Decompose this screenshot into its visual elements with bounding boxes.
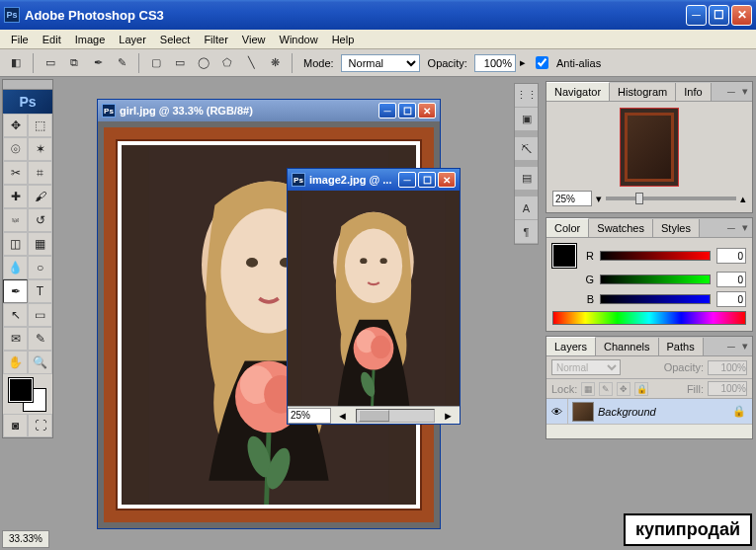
screenmode-tool[interactable]: ⛶ [28, 414, 52, 437]
navigator-zoom-input[interactable] [552, 191, 592, 206]
color-spectrum[interactable] [552, 311, 746, 325]
panel-collapse-icon[interactable]: ─ [724, 86, 738, 98]
pen-tool[interactable]: ✒ [3, 279, 28, 303]
freeform-icon[interactable]: ✎ [112, 53, 131, 73]
panel-collapse-icon[interactable]: ─ [724, 341, 738, 353]
navigator-thumbnail[interactable] [620, 108, 679, 187]
stamp-tool[interactable]: ⎃ [3, 208, 28, 232]
doc-minimize-button[interactable]: ─ [398, 172, 416, 188]
selection-add-icon[interactable]: ⧉ [64, 53, 84, 73]
slider-g[interactable] [600, 275, 711, 284]
zoom-in-icon[interactable]: ▴ [740, 193, 746, 205]
menu-filter[interactable]: Filter [197, 32, 234, 47]
shape-tool[interactable]: ▭ [28, 303, 52, 327]
panel-menu-icon[interactable]: ▾ [738, 85, 752, 98]
menu-layer[interactable]: Layer [112, 32, 153, 47]
main-status-zoom[interactable]: 33.33% [2, 530, 49, 548]
shape-rect-icon[interactable]: ▢ [146, 53, 166, 73]
panel-menu-icon[interactable]: ▾ [738, 221, 752, 234]
foreground-color-swatch[interactable] [9, 378, 33, 402]
input-r[interactable] [716, 248, 746, 264]
antialias-checkbox[interactable] [536, 56, 548, 69]
layer-opacity-input[interactable] [708, 360, 747, 375]
maximize-button[interactable]: ☐ [709, 5, 729, 26]
dock-paragraph-icon[interactable]: ¶ [515, 220, 538, 244]
opacity-input[interactable] [474, 54, 516, 72]
minimize-button[interactable]: ─ [686, 5, 707, 26]
menu-file[interactable]: File [4, 32, 36, 47]
tab-histogram[interactable]: Histogram [610, 83, 676, 101]
shape-line-icon[interactable]: ╲ [241, 53, 261, 73]
history-brush-tool[interactable]: ↺ [28, 208, 52, 232]
fill-input[interactable] [708, 381, 747, 396]
scroll-left-icon[interactable]: ◄ [331, 410, 354, 422]
doc2-titlebar[interactable]: Ps image2.jpg @ ... ─ ☐ ✕ [288, 169, 460, 191]
doc-close-button[interactable]: ✕ [438, 172, 456, 188]
doc2-h-scrollbar[interactable] [356, 409, 435, 423]
menu-image[interactable]: Image [68, 32, 113, 47]
move-tool[interactable]: ✥ [3, 114, 28, 137]
layer-visibility-icon[interactable]: 👁 [546, 399, 568, 424]
type-tool[interactable]: T [28, 279, 52, 303]
mode-select[interactable]: Normal [341, 54, 420, 72]
tool-preset-icon[interactable]: ◧ [6, 53, 26, 73]
dock-clone-icon[interactable]: ▣ [515, 108, 538, 131]
menu-window[interactable]: Window [273, 32, 325, 47]
slice-tool[interactable]: ⌗ [28, 161, 52, 185]
toolbox-grip[interactable] [3, 80, 52, 90]
tab-layers[interactable]: Layers [546, 337, 596, 355]
dock-toolpresets-icon[interactable]: ⛏ [515, 137, 538, 161]
shape-custom-icon[interactable]: ❋ [265, 53, 285, 73]
doc2-zoom-input[interactable] [288, 408, 331, 424]
layer-row[interactable]: 👁 Background 🔒 [546, 399, 752, 425]
blur-tool[interactable]: 💧 [3, 256, 28, 279]
pen-icon[interactable]: ✒ [88, 53, 108, 73]
eraser-tool[interactable]: ◫ [3, 232, 28, 256]
heal-tool[interactable]: ✚ [3, 185, 28, 208]
dock-character-icon[interactable]: A [515, 196, 538, 220]
blend-mode-select[interactable]: Normal [551, 359, 621, 375]
shape-ellipse-icon[interactable]: ◯ [194, 53, 213, 73]
path-select-tool[interactable]: ↖ [3, 303, 28, 327]
menu-edit[interactable]: Edit [36, 32, 68, 47]
hand-tool[interactable]: ✋ [3, 351, 28, 374]
brush-tool[interactable]: 🖌 [28, 185, 52, 208]
selection-new-icon[interactable]: ▭ [41, 53, 60, 73]
shape-roundrect-icon[interactable]: ▭ [170, 53, 190, 73]
input-b[interactable] [716, 291, 746, 307]
opacity-arrow-icon[interactable]: ▸ [520, 56, 526, 69]
scroll-right-icon[interactable]: ► [437, 410, 460, 422]
document-window-2[interactable]: Ps image2.jpg @ ... ─ ☐ ✕ [287, 168, 461, 425]
menu-view[interactable]: View [235, 32, 273, 47]
doc1-titlebar[interactable]: Ps girl.jpg @ 33.3% (RGB/8#) ─ ☐ ✕ [98, 100, 440, 121]
dock-brushes-icon[interactable]: ⋮⋮ [515, 84, 538, 108]
dock-layercomps-icon[interactable]: ▤ [515, 167, 538, 191]
layer-thumbnail[interactable] [572, 402, 594, 422]
tab-navigator[interactable]: Navigator [546, 82, 610, 101]
lock-all-icon[interactable]: 🔒 [634, 382, 648, 396]
doc-maximize-button[interactable]: ☐ [398, 103, 416, 118]
tab-color[interactable]: Color [546, 218, 589, 237]
layer-name[interactable]: Background [598, 406, 732, 418]
eyedropper-tool[interactable]: ✎ [28, 327, 52, 351]
tab-styles[interactable]: Styles [653, 219, 700, 237]
slider-b[interactable] [600, 294, 711, 304]
gradient-tool[interactable]: ▦ [28, 232, 52, 256]
wand-tool[interactable]: ✶ [28, 137, 52, 161]
quickmask-tool[interactable]: ◙ [3, 414, 28, 437]
tab-info[interactable]: Info [676, 83, 711, 101]
close-button[interactable]: ✕ [731, 5, 752, 26]
doc-close-button[interactable]: ✕ [418, 103, 436, 118]
notes-tool[interactable]: ✉ [3, 327, 28, 351]
zoom-out-icon[interactable]: ▾ [596, 193, 602, 205]
marquee-tool[interactable]: ⬚ [28, 114, 52, 137]
lock-transparent-icon[interactable]: ▦ [581, 382, 595, 396]
lasso-tool[interactable]: ⦾ [3, 137, 28, 161]
tab-paths[interactable]: Paths [659, 338, 704, 355]
doc-maximize-button[interactable]: ☐ [418, 172, 436, 188]
tab-swatches[interactable]: Swatches [589, 219, 653, 237]
slider-r[interactable] [600, 251, 711, 261]
crop-tool[interactable]: ✂ [3, 161, 28, 185]
doc-minimize-button[interactable]: ─ [378, 103, 396, 118]
zoom-tool[interactable]: 🔍 [28, 351, 52, 374]
